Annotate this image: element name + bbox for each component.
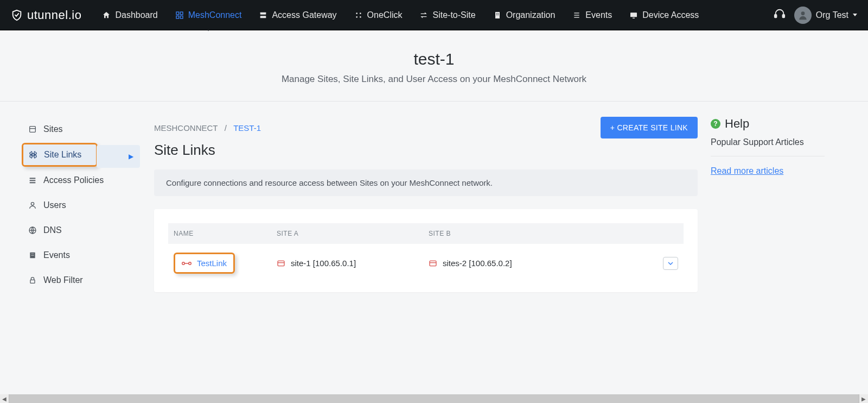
help-panel: ? Help Popular Support Articles Read mor… — [711, 117, 825, 176]
svg-rect-37 — [278, 261, 284, 266]
svg-rect-17 — [575, 17, 579, 17]
breadcrumb: MESHCONNECT / TEST-1 — [154, 123, 261, 133]
top-nav: utunnel.io Dashboard MeshConnect Access … — [0, 0, 868, 30]
svg-point-7 — [360, 12, 361, 14]
site-link-testlink[interactable]: TestLink — [174, 253, 235, 274]
brand-text: utunnel.io — [27, 8, 81, 22]
sidebar-item-sites[interactable]: Sites — [22, 117, 141, 142]
help-subtitle: Popular Support Articles — [711, 137, 825, 156]
support-button[interactable] — [774, 8, 786, 22]
nav-dashboard[interactable]: Dashboard — [94, 6, 165, 24]
command-icon — [29, 150, 37, 159]
sidebar-active-tail: ▶ — [97, 145, 140, 168]
building-icon — [493, 11, 502, 20]
sidebar-label: DNS — [43, 225, 62, 235]
sidebar-item-site-links[interactable]: Site Links — [23, 144, 96, 165]
page-subtitle: Manage Sites, Site Links, and User Acces… — [11, 74, 857, 85]
section-title: Site Links — [154, 142, 698, 159]
nav-label: Device Access — [642, 10, 699, 20]
swap-icon — [419, 11, 428, 20]
svg-point-9 — [360, 16, 361, 18]
nav-organization[interactable]: Organization — [486, 6, 563, 24]
svg-point-22 — [801, 11, 805, 15]
svg-point-35 — [189, 262, 192, 265]
svg-rect-27 — [30, 182, 36, 183]
nav-label: OneClick — [367, 10, 403, 20]
svg-rect-3 — [180, 16, 183, 18]
help-read-more-link[interactable]: Read more articles — [711, 166, 783, 175]
site-links-table: NAME SITE A SITE B TestLink site-1 [10 — [168, 223, 684, 278]
svg-rect-32 — [31, 255, 34, 256]
svg-rect-14 — [497, 14, 498, 15]
server-icon — [259, 11, 267, 20]
site-b-text: sites-2 [100.65.0.2] — [443, 259, 512, 268]
svg-rect-25 — [30, 178, 36, 179]
globe-icon — [28, 226, 37, 235]
nav-items: Dashboard MeshConnect Access Gateway One… — [94, 6, 770, 24]
sidebar-label: Users — [43, 200, 66, 210]
nav-events[interactable]: Events — [565, 6, 620, 24]
breadcrumb-sep: / — [225, 123, 227, 133]
person-icon — [797, 10, 808, 21]
info-banner: Configure connections and resource acces… — [154, 169, 698, 196]
sidebar-label: Site Links — [44, 150, 81, 160]
site-icon — [277, 259, 285, 268]
row-actions-dropdown[interactable] — [663, 257, 678, 270]
sites-icon — [28, 125, 37, 134]
help-title: ? Help — [711, 117, 825, 131]
table-row: TestLink site-1 [100.65.0.1] sites-2 [10… — [168, 244, 684, 278]
nav-access-gateway[interactable]: Access Gateway — [251, 6, 344, 24]
col-header-site-a: SITE A — [277, 230, 429, 237]
help-title-text: Help — [725, 117, 749, 131]
main-content: MESHCONNECT / TEST-1 + CREATE SITE LINK … — [154, 117, 698, 292]
mesh-icon — [175, 11, 184, 20]
nav-label: MeshConnect — [188, 10, 242, 20]
col-header-actions — [646, 230, 678, 237]
nav-label: Events — [585, 10, 612, 20]
main-container: Sites Site Links ▶ Access Policies Users… — [0, 102, 846, 314]
sidebar-label: Access Policies — [43, 175, 104, 185]
svg-rect-26 — [30, 180, 36, 181]
svg-point-8 — [356, 16, 358, 18]
sidebar-item-dns[interactable]: DNS — [22, 218, 141, 243]
sidebar-item-events[interactable]: Events — [22, 243, 141, 268]
site-a-text: site-1 [100.65.0.1] — [291, 259, 356, 268]
chevron-right-icon: ▶ — [129, 153, 133, 160]
sidebar-item-access-policies[interactable]: Access Policies — [22, 168, 141, 193]
svg-rect-21 — [782, 14, 784, 17]
brand-logo[interactable]: utunnel.io — [11, 8, 81, 22]
svg-rect-11 — [496, 13, 497, 14]
nav-meshconnect[interactable]: MeshConnect — [168, 6, 250, 24]
user-menu[interactable]: Org Test — [794, 7, 857, 24]
nav-label: Organization — [506, 10, 556, 20]
svg-rect-19 — [633, 17, 635, 18]
svg-rect-5 — [260, 16, 266, 18]
svg-rect-2 — [176, 16, 179, 18]
nav-device-access[interactable]: Device Access — [622, 6, 706, 24]
svg-rect-31 — [31, 254, 34, 254]
chevron-down-icon — [668, 261, 673, 266]
svg-rect-12 — [497, 13, 498, 14]
sidebar-item-users[interactable]: Users — [22, 193, 141, 218]
help-icon: ? — [711, 119, 720, 129]
svg-rect-23 — [30, 127, 36, 133]
user-name: Org Test — [816, 10, 848, 20]
create-site-link-button[interactable]: + CREATE SITE LINK — [601, 117, 698, 138]
sidebar-label: Sites — [43, 124, 63, 134]
svg-point-34 — [182, 262, 185, 265]
cell-site-a: site-1 [100.65.0.1] — [277, 259, 429, 268]
svg-rect-18 — [630, 12, 637, 17]
svg-rect-15 — [575, 12, 579, 13]
svg-rect-13 — [496, 14, 497, 15]
nav-oneclick[interactable]: OneClick — [347, 6, 410, 24]
breadcrumb-current[interactable]: TEST-1 — [233, 123, 261, 133]
sidebar-item-web-filter[interactable]: Web Filter — [22, 268, 141, 293]
sidebar: Sites Site Links ▶ Access Policies Users… — [22, 117, 141, 293]
user-icon — [28, 201, 37, 210]
svg-rect-16 — [575, 15, 579, 15]
breadcrumb-root[interactable]: MESHCONNECT — [154, 123, 218, 133]
page-title: test-1 — [11, 50, 857, 68]
nav-site-to-site[interactable]: Site-to-Site — [412, 6, 483, 24]
nav-right: Org Test — [774, 7, 857, 24]
home-icon — [102, 11, 111, 20]
